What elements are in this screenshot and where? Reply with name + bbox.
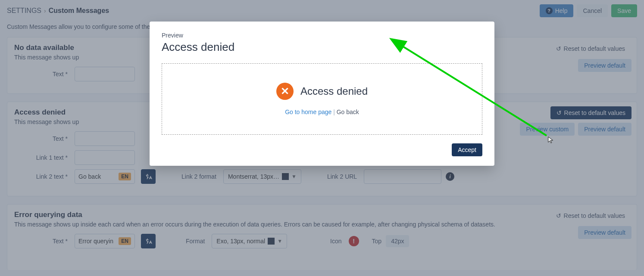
home-link[interactable]: Go to home page [285, 109, 331, 115]
go-back-text: Go back [337, 109, 359, 115]
modal-overlay[interactable]: Preview Access denied ✕ Access denied Go… [0, 0, 644, 276]
modal-title: Access denied [162, 40, 482, 54]
preview-label: Preview [162, 32, 482, 39]
deny-text: Access denied [300, 85, 368, 97]
preview-box: ✕ Access denied Go to home page | Go bac… [162, 63, 482, 135]
preview-links: Go to home page | Go back [171, 109, 473, 115]
preview-modal: Preview Access denied ✕ Access denied Go… [150, 22, 494, 166]
accept-button[interactable]: Accept [452, 143, 482, 156]
deny-icon: ✕ [276, 83, 294, 100]
